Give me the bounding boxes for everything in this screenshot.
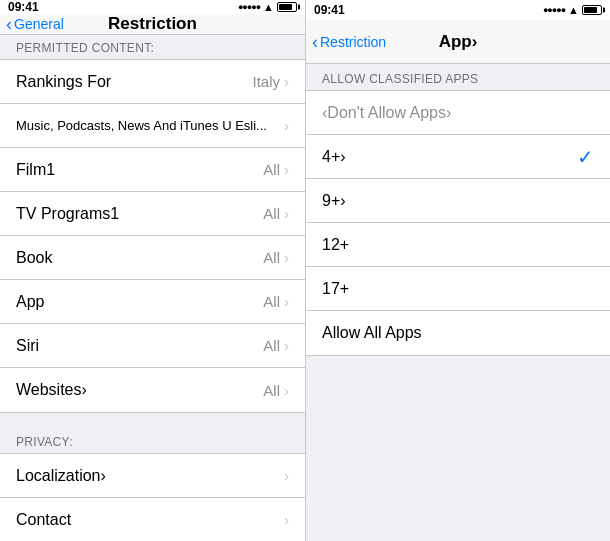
list-item-rankings[interactable]: Rankings For Italy › (0, 60, 305, 104)
film-value: All (263, 161, 280, 178)
websites-chevron-icon: › (284, 382, 289, 399)
rankings-right: Italy › (252, 73, 289, 90)
option-allow-all-label: Allow All Apps (322, 324, 422, 342)
list-item-film[interactable]: Film1 All › (0, 148, 305, 192)
option-12plus-label: 12+ (322, 236, 349, 254)
permitted-content-list: Rankings For Italy › Music, Podcasts, Ne… (0, 59, 305, 413)
right-battery-icon (582, 5, 602, 15)
websites-right: All › (263, 382, 289, 399)
left-nav-title: Restriction (108, 14, 197, 34)
right-back-label: Restriction (320, 34, 386, 50)
contact-label: Contact (16, 511, 71, 529)
option-12plus[interactable]: 12+ (306, 223, 610, 267)
list-item-tv[interactable]: TV Programs1 All › (0, 192, 305, 236)
option-9plus[interactable]: 9+› (306, 179, 610, 223)
list-item-book[interactable]: Book All › (0, 236, 305, 280)
option-4plus[interactable]: 4+› ✓ (306, 135, 610, 179)
option-dont-allow[interactable]: ‹Don't Allow Apps› (306, 91, 610, 135)
websites-label: Websites› (16, 381, 87, 399)
siri-chevron-icon: › (284, 337, 289, 354)
rankings-chevron-icon: › (284, 73, 289, 90)
right-wifi-icon: ▲ (568, 4, 579, 16)
list-item-siri[interactable]: Siri All › (0, 324, 305, 368)
rankings-value: Italy (252, 73, 280, 90)
privacy-header: PRIVACY: (0, 429, 305, 453)
app-right: All › (263, 293, 289, 310)
rankings-label: Rankings For (16, 73, 111, 91)
book-right: All › (263, 249, 289, 266)
signal-icon: ●●●●● (238, 2, 260, 12)
right-time: 09:41 (314, 3, 345, 17)
list-item-contact[interactable]: Contact › (0, 498, 305, 541)
left-status-icons: ●●●●● ▲ (238, 1, 297, 13)
siri-value: All (263, 337, 280, 354)
music-chevron-icon: › (284, 117, 289, 134)
left-status-bar: 09:41 ●●●●● ▲ (0, 0, 305, 14)
option-allow-all[interactable]: Allow All Apps (306, 311, 610, 355)
right-status-bar: 09:41 ●●●●● ▲ (306, 0, 610, 20)
right-signal-icon: ●●●●● (543, 5, 565, 15)
localization-label: Localization› (16, 467, 106, 485)
film-right: All › (263, 161, 289, 178)
book-label: Book (16, 249, 52, 267)
right-nav-bar: ‹ Restriction App› (306, 20, 610, 64)
battery-icon (277, 2, 297, 12)
siri-label: Siri (16, 337, 39, 355)
websites-value: All (263, 382, 280, 399)
wifi-icon: ▲ (263, 1, 274, 13)
music-right: › (284, 117, 289, 134)
left-panel: 09:41 ●●●●● ▲ ‹ General Restriction PERM… (0, 0, 305, 541)
allow-header: ALLOW CLASSIFIED APPS (306, 64, 610, 90)
list-item-localization[interactable]: Localization› › (0, 454, 305, 498)
option-17plus-label: 17+ (322, 280, 349, 298)
book-value: All (263, 249, 280, 266)
permitted-header: PERMITTED CONTENT: (0, 35, 305, 59)
option-17plus[interactable]: 17+ (306, 267, 610, 311)
back-chevron-icon: ‹ (6, 15, 12, 33)
list-item-websites[interactable]: Websites› All › (0, 368, 305, 412)
tv-right: All › (263, 205, 289, 222)
tv-label: TV Programs1 (16, 205, 119, 223)
localization-chevron-icon: › (284, 467, 289, 484)
book-chevron-icon: › (284, 249, 289, 266)
contact-chevron-icon: › (284, 511, 289, 528)
film-label: Film1 (16, 161, 55, 179)
list-item-music[interactable]: Music, Podcasts, News And iTunes U Esli.… (0, 104, 305, 148)
tv-value: All (263, 205, 280, 222)
app-chevron-icon: › (284, 293, 289, 310)
left-time: 09:41 (8, 0, 39, 14)
siri-right: All › (263, 337, 289, 354)
privacy-list: Localization› › Contact › Calendar › Rem… (0, 453, 305, 541)
right-status-icons: ●●●●● ▲ (543, 4, 602, 16)
allow-apps-list: ‹Don't Allow Apps› 4+› ✓ 9+› 12+ 17+ All… (306, 90, 610, 356)
checkmark-icon: ✓ (577, 145, 594, 169)
left-nav-bar: ‹ General Restriction (0, 14, 305, 35)
tv-chevron-icon: › (284, 205, 289, 222)
option-4plus-label: 4+› (322, 148, 346, 166)
option-9plus-label: 9+› (322, 192, 346, 210)
dont-allow-label: ‹Don't Allow Apps› (322, 104, 451, 122)
app-label: App (16, 293, 44, 311)
app-value: All (263, 293, 280, 310)
right-back-button[interactable]: ‹ Restriction (312, 33, 386, 51)
list-item-app[interactable]: App All › (0, 280, 305, 324)
music-label: Music, Podcasts, News And iTunes U Esli.… (16, 118, 267, 133)
left-back-label: General (14, 16, 64, 32)
right-panel: 09:41 ●●●●● ▲ ‹ Restriction App› ALLOW C… (305, 0, 610, 541)
film-chevron-icon: › (284, 161, 289, 178)
right-nav-title: App› (439, 32, 478, 52)
left-back-button[interactable]: ‹ General (6, 15, 64, 33)
right-back-chevron-icon: ‹ (312, 33, 318, 51)
